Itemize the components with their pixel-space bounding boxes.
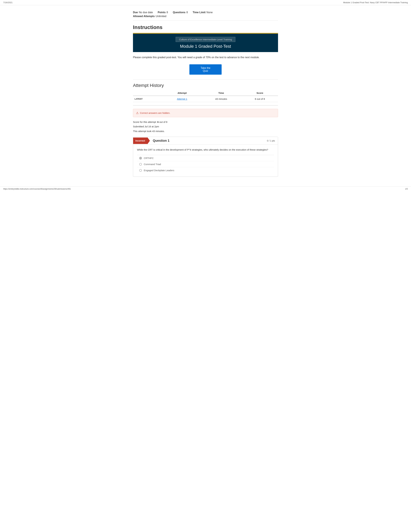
answer-label-3: Engaged Deckplate Leaders [144, 169, 174, 172]
instructions-body: Please complete this graded post-test. Y… [133, 55, 278, 59]
col-header-attempt: Attempt [164, 90, 201, 96]
score-info: Score for this attempt: 6 out of 8 Submi… [133, 120, 278, 134]
top-bar-date: 7/16/2021 [3, 1, 13, 4]
duration-line: This attempt took 43 minutes. [133, 129, 278, 134]
banner-subtitle: Culture of Excellence Intermediate-Level… [176, 37, 235, 42]
instructions-heading: Instructions [133, 24, 278, 30]
meta-points: Points 8 [158, 11, 168, 14]
notice-text: Correct answers are hidden. [140, 112, 170, 114]
attempt-row-label: LATEST [133, 96, 164, 102]
table-row: LATEST Attempt 1 43 minutes 6 out of 8 [133, 96, 278, 102]
attempt-row-score: 6 out of 8 [242, 96, 278, 102]
questions-label: Questions [173, 11, 185, 14]
meta-questions: Questions 8 [173, 11, 188, 14]
correct-answers-notice: ⚠ Correct answers are hidden. [133, 109, 278, 117]
col-header-time: Time [201, 90, 242, 96]
attempt-row-link[interactable]: Attempt 1 [164, 96, 201, 102]
radio-inner [140, 158, 141, 159]
question-body-1: While the CRT is critical in the develop… [133, 144, 278, 177]
meta-allowed-attempts: Allowed Attempts Unlimited [133, 15, 166, 18]
radio-selected [139, 157, 142, 160]
footer-url: https://embryriddle.instructure.com/cour… [3, 188, 71, 190]
answer-label-1: CRTHFC [144, 157, 154, 160]
attempt-row-time: 43 minutes [201, 96, 242, 102]
instructions-banner: Culture of Excellence Intermediate-Level… [133, 33, 278, 52]
divider [133, 105, 278, 105]
answer-label-2: Command Triad [144, 163, 161, 166]
time-limit-label: Time Limit [193, 11, 206, 14]
points-value: 8 [167, 11, 168, 14]
answer-option-2[interactable]: Command Triad [137, 161, 274, 167]
answer-option-3[interactable]: Engaged Deckplate Leaders [137, 167, 274, 173]
due-label: Due [133, 11, 138, 14]
question-header-1: Incorrect Question 1 0 / 1 pts [133, 137, 278, 144]
questions-value: 8 [186, 11, 188, 14]
attempt-history-heading: Attempt History [133, 79, 278, 88]
question-block-1: Incorrect Question 1 0 / 1 pts While the… [133, 137, 278, 177]
col-header-label [133, 90, 164, 96]
notice-icon: ⚠ [136, 111, 139, 115]
footer-page: 1/5 [405, 188, 408, 190]
col-header-score: Score [242, 90, 278, 96]
top-bar: 7/16/2021 Module 1 Graded Post-Test: Nav… [0, 0, 411, 5]
badge-area: Incorrect [133, 137, 150, 144]
radio-unselected-3 [139, 169, 142, 172]
question-points: 0 / 1 pts [267, 139, 275, 142]
bottom-bar: https://embryriddle.instructure.com/cour… [0, 186, 411, 191]
top-bar-title: Module 1 Graded Post-Test: Navy CBT PP/H… [343, 1, 408, 4]
due-value: No due date [139, 11, 153, 14]
main-content: Due No due date Points 8 Questions 8 Tim… [128, 5, 283, 186]
meta-due: Due No due date [133, 11, 153, 14]
meta-row2: Allowed Attempts Unlimited [133, 15, 278, 18]
meta-info: Due No due date Points 8 Questions 8 Tim… [133, 8, 278, 20]
radio-unselected-2 [139, 163, 142, 166]
take-quiz-button[interactable]: Take the Quiz [189, 64, 222, 75]
score-line: Score for this attempt: 6 out of 8 [133, 120, 278, 124]
answer-option-1[interactable]: CRTHFC [137, 155, 274, 161]
submitted-line: Submitted Jul 16 at 2pm [133, 124, 278, 129]
meta-time-limit: Time Limit None [193, 11, 213, 14]
incorrect-badge: Incorrect [133, 138, 147, 144]
badge-arrow [147, 137, 150, 144]
allowed-attempts-value: Unlimited [156, 15, 167, 18]
attempt-history-table: Attempt Time Score LATEST Attempt 1 43 m… [133, 90, 278, 102]
points-label: Points [158, 11, 166, 14]
question-text: While the CRT is critical in the develop… [137, 148, 274, 152]
time-limit-value: None [206, 11, 213, 14]
allowed-attempts-label: Allowed Attempts [133, 15, 155, 18]
question-title: Question 1 [153, 139, 169, 142]
question-title-area: Question 1 0 / 1 pts [150, 137, 278, 144]
banner-title: Module 1 Graded Post-Test [136, 44, 275, 49]
